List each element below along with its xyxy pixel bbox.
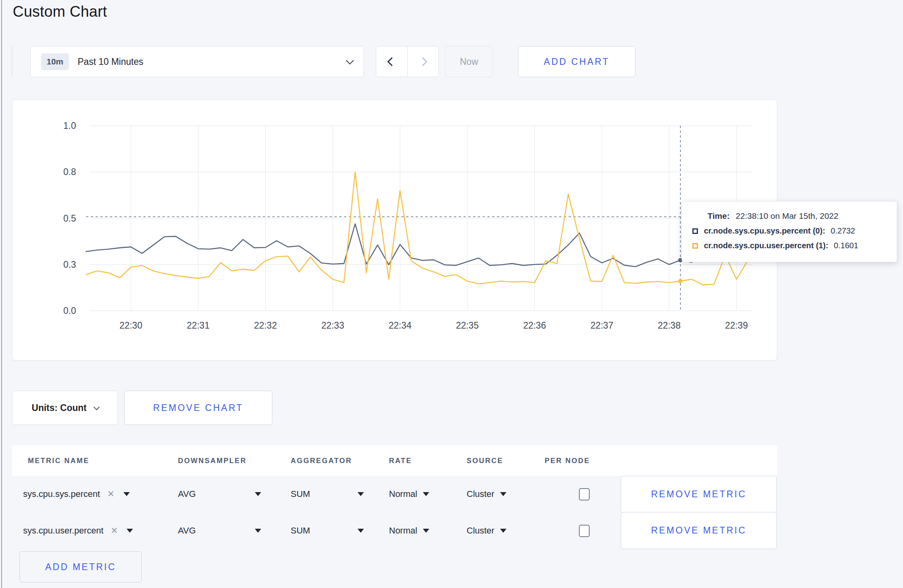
- x-axis-tick-label: 22:30: [119, 320, 143, 331]
- units-label: Units: Count: [32, 403, 87, 413]
- next-time-button[interactable]: [408, 47, 439, 77]
- time-range-badge: 10m: [41, 53, 69, 70]
- page-title: Custom Chart: [13, 3, 107, 20]
- add-metric-button[interactable]: ADD METRIC: [20, 551, 142, 582]
- downsampler-select[interactable]: AVG: [178, 476, 196, 512]
- remove-chart-button[interactable]: REMOVE CHART: [124, 391, 272, 425]
- metric-name-value: sys.cpu.user.percent: [23, 526, 104, 536]
- now-button[interactable]: Now: [445, 46, 493, 77]
- series-line-sys: [86, 224, 748, 267]
- custom-chart-page: { "page_title": "Custom Chart", "colors"…: [0, 0, 903, 588]
- remove-metric-button[interactable]: REMOVE METRIC: [621, 476, 777, 513]
- aggregator-select[interactable]: SUM: [291, 476, 310, 512]
- timeseries-plot[interactable]: 0.00.30.50.81.022:3022:3122:3222:3322:34…: [12, 100, 778, 361]
- window-left-edge: [1, 0, 2, 588]
- y-axis-tick-label: 0.3: [63, 259, 76, 270]
- col-header-source: SOURCE: [467, 446, 503, 476]
- chevron-down-icon: [346, 56, 354, 64]
- rate-select[interactable]: Normal: [389, 476, 429, 512]
- aggregator-select[interactable]: SUM: [291, 512, 310, 549]
- metric-name-dropdown[interactable]: sys.cpu.sys.percent ✕: [23, 476, 130, 512]
- time-range-dropdown[interactable]: 10m Past 10 Minutes: [30, 46, 364, 77]
- caret-down-icon: [423, 529, 429, 533]
- source-value: Cluster: [467, 526, 494, 536]
- y-axis-tick-label: 1.0: [63, 121, 76, 131]
- tooltip-series-user-label: cr.node.sys.cpu.user.percent (1):: [704, 241, 828, 250]
- x-axis-tick-label: 22:38: [658, 320, 681, 331]
- prev-time-button[interactable]: [376, 47, 408, 77]
- metric-name-dropdown[interactable]: sys.cpu.user.percent ✕: [23, 512, 133, 549]
- x-axis-tick-label: 22:31: [187, 320, 210, 331]
- chevron-right-icon: [418, 57, 428, 66]
- source-select[interactable]: Cluster: [467, 476, 506, 512]
- aggregator-value: SUM: [291, 526, 310, 536]
- table-row: sys.cpu.sys.percent ✕ AVG SUM Normal Clu…: [12, 476, 777, 512]
- y-axis-tick-label: 0.5: [63, 213, 76, 224]
- x-axis-tick-label: 22:36: [523, 320, 546, 331]
- units-dropdown[interactable]: Units: Count: [12, 391, 118, 425]
- y-axis-tick-label: 0.8: [63, 167, 76, 177]
- tooltip-series-user-value: 0.1601: [834, 241, 858, 250]
- y-axis-tick-label: 0.0: [63, 306, 76, 316]
- rate-value: Normal: [389, 489, 417, 499]
- clear-metric-icon[interactable]: ✕: [111, 526, 118, 536]
- col-header-aggregator: AGGREGATOR: [291, 446, 352, 476]
- downsampler-value: AVG: [178, 489, 196, 499]
- per-node-checkbox[interactable]: [579, 488, 590, 500]
- x-axis-tick-label: 22:39: [725, 320, 748, 331]
- add-chart-button[interactable]: ADD CHART: [518, 46, 635, 77]
- col-header-rate: RATE: [389, 446, 412, 476]
- time-range-label: Past 10 Minutes: [78, 56, 143, 67]
- rate-select[interactable]: Normal: [389, 512, 429, 549]
- col-header-downsampler: DOWNSAMPLER: [178, 446, 247, 476]
- downsampler-value: AVG: [178, 526, 196, 536]
- series-line-user: [86, 172, 748, 285]
- legend-swatch-user-icon: [692, 243, 698, 249]
- chart-tooltip: Time: 22:38:10 on Mar 15th, 2022 cr.node…: [682, 201, 897, 262]
- source-value: Cluster: [467, 489, 494, 499]
- source-select[interactable]: Cluster: [467, 512, 506, 549]
- controls-left-divider: [12, 46, 12, 77]
- remove-metric-button[interactable]: REMOVE METRIC: [621, 512, 777, 549]
- caret-down-icon: [500, 492, 506, 496]
- col-header-per-node: PER NODE: [545, 446, 590, 476]
- legend-swatch-sys-icon: [692, 228, 698, 234]
- caret-down-icon[interactable]: [358, 529, 364, 533]
- x-axis-tick-label: 22:34: [389, 320, 412, 331]
- caret-down-icon[interactable]: [255, 492, 261, 496]
- x-axis-tick-label: 22:32: [254, 320, 277, 331]
- chevron-down-icon: [94, 404, 100, 410]
- downsampler-select[interactable]: AVG: [178, 512, 196, 549]
- x-axis-tick-label: 22:37: [590, 320, 614, 331]
- hover-marker-user: [678, 279, 682, 283]
- tooltip-series-sys-label: cr.node.sys.cpu.sys.percent (0):: [704, 226, 825, 236]
- per-node-checkbox[interactable]: [579, 525, 590, 537]
- rate-value: Normal: [389, 526, 417, 536]
- caret-down-icon: [123, 492, 130, 496]
- col-header-metric-name: METRIC NAME: [28, 446, 90, 476]
- clear-metric-icon[interactable]: ✕: [107, 489, 114, 499]
- tooltip-time-value: 22:38:10 on Mar 15th, 2022: [736, 211, 838, 221]
- tooltip-time-label: Time:: [708, 211, 730, 221]
- table-row: sys.cpu.user.percent ✕ AVG SUM Normal Cl…: [12, 512, 777, 549]
- x-axis-tick-label: 22:35: [456, 320, 479, 331]
- caret-down-icon[interactable]: [255, 529, 261, 533]
- x-axis-tick-label: 22:33: [321, 320, 344, 331]
- chart-card: 0.00.30.50.81.022:3022:3122:3222:3322:34…: [12, 99, 777, 360]
- caret-down-icon: [423, 492, 429, 496]
- caret-down-icon[interactable]: [358, 492, 364, 496]
- chevron-left-icon: [387, 57, 396, 66]
- metric-name-value: sys.cpu.sys.percent: [23, 489, 100, 499]
- tooltip-series-sys-value: 0.2732: [831, 226, 855, 236]
- caret-down-icon: [127, 529, 133, 533]
- time-pager: [376, 46, 439, 77]
- aggregator-value: SUM: [291, 489, 310, 499]
- metrics-table-header: METRIC NAME DOWNSAMPLER AGGREGATOR RATE …: [12, 446, 777, 476]
- caret-down-icon: [500, 529, 506, 533]
